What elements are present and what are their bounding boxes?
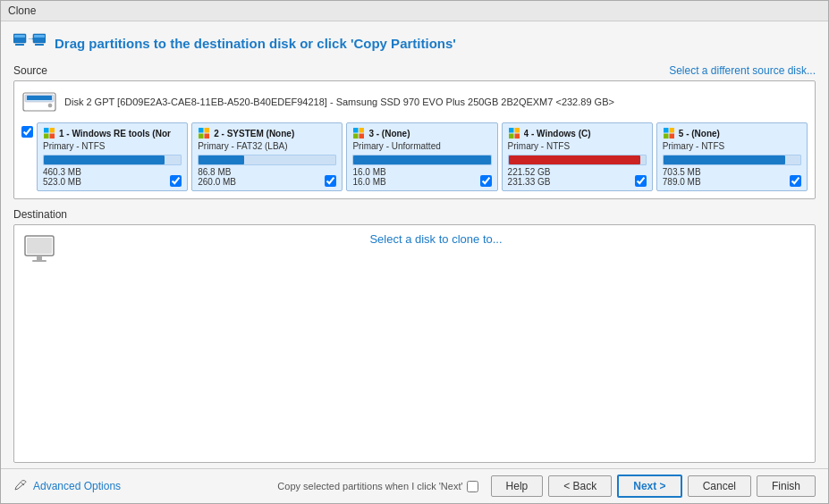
svg-rect-20: [360, 128, 365, 133]
svg-rect-27: [664, 128, 669, 133]
svg-rect-9: [27, 96, 52, 100]
partition-size1: 16.0 MB: [352, 167, 385, 177]
back-button[interactable]: < Back: [548, 475, 612, 497]
partition-size1: 460.3 MB: [43, 167, 81, 177]
svg-rect-28: [669, 128, 674, 133]
instruction-text: Drag partitions to the destination disk …: [55, 36, 456, 51]
partition-header: 1 - Windows RE tools (Nor: [43, 127, 182, 139]
source-label-row: Source Select a different source disk...: [13, 64, 816, 77]
partition-type: Primary - NTFS: [663, 141, 801, 151]
windows-icon: [663, 127, 675, 139]
title-bar: Clone: [1, 1, 828, 21]
copy-partitions-checkbox[interactable]: [467, 481, 478, 492]
copy-checkbox-label: Copy selected partitions when I click 'N…: [277, 481, 462, 491]
svg-rect-2: [15, 44, 24, 46]
partition-footer: 16.0 MB 16.0 MB: [352, 167, 491, 187]
partition-name: 3 - (None): [368, 129, 410, 139]
next-button[interactable]: Next >: [617, 475, 681, 498]
partition-footer: 703.5 MB 789.0 MB: [663, 167, 801, 187]
partition-header: 4 - Windows (C): [508, 127, 647, 139]
svg-rect-11: [44, 128, 49, 133]
svg-rect-32: [27, 238, 52, 254]
svg-rect-21: [353, 134, 359, 139]
svg-rect-29: [664, 134, 669, 139]
finish-button[interactable]: Finish: [757, 475, 816, 497]
destination-section: Destination Select a disk to clone to...: [13, 208, 816, 463]
svg-rect-5: [34, 35, 45, 38]
destination-container: Select a disk to clone to...: [13, 224, 816, 463]
footer-right: Copy selected partitions when I click 'N…: [277, 475, 816, 498]
window-title: Clone: [8, 4, 36, 17]
clone-window: Clone → Drag partitions to the destinati…: [0, 0, 829, 504]
svg-rect-30: [669, 134, 674, 139]
partition-bar-container: [352, 155, 491, 165]
partition-header: 3 - (None): [352, 127, 491, 139]
destination-label-row: Destination: [13, 208, 816, 221]
svg-rect-17: [199, 134, 204, 139]
partition-type: Primary - FAT32 (LBA): [198, 141, 336, 151]
select-disk-link[interactable]: Select a disk to clone to...: [369, 232, 502, 246]
disk-title: Disk 2 GPT [6D09E2A3-CAE8-11EB-A520-B40E…: [64, 97, 614, 107]
partition-card-part3: 3 - (None) Primary - Unformatted 16.0 MB…: [346, 122, 497, 191]
svg-point-10: [48, 104, 52, 107]
partition-card-part5: 5 - (None) Primary - NTFS 703.5 MB 789.0…: [656, 122, 808, 191]
windows-icon: [43, 127, 55, 139]
partition-name: 1 - Windows RE tools (Nor: [59, 129, 171, 139]
partition-type: Primary - Unformatted: [352, 141, 491, 151]
svg-rect-24: [514, 128, 520, 133]
footer-left: Advanced Options: [13, 479, 121, 493]
svg-rect-15: [199, 128, 204, 133]
cancel-button[interactable]: Cancel: [688, 475, 751, 497]
source-label: Source: [13, 64, 47, 77]
partition-bar-fill: [509, 155, 640, 164]
partition-name: 2 - SYSTEM (None): [214, 129, 294, 139]
partition-footer: 221.52 GB 231.33 GB: [508, 167, 647, 187]
partition-size2: 231.33 GB: [508, 177, 551, 187]
destination-label: Destination: [13, 208, 67, 221]
windows-icon: [352, 127, 365, 139]
partition-bar-fill: [199, 155, 244, 164]
partition-card-part2: 2 - SYSTEM (None) Primary - FAT32 (LBA) …: [191, 122, 343, 191]
partition-type: Primary - NTFS: [43, 141, 182, 151]
partition-type: Primary - NTFS: [508, 141, 647, 151]
main-content: → Drag partitions to the destination dis…: [1, 21, 828, 463]
partition-checkbox-part1[interactable]: [170, 175, 182, 187]
source-disk-checkbox-col: [21, 122, 33, 138]
svg-rect-26: [514, 134, 520, 139]
svg-rect-12: [50, 128, 55, 133]
partition-bar-fill: [44, 155, 165, 164]
partition-checkbox-part2[interactable]: [325, 175, 336, 187]
windows-icon: [508, 127, 520, 139]
help-button[interactable]: Help: [491, 475, 544, 497]
partition-sizes: 86.8 MB 260.0 MB: [198, 167, 236, 187]
partition-sizes: 460.3 MB 523.0 MB: [43, 167, 81, 187]
partition-size1: 703.5 MB: [663, 167, 701, 177]
advanced-options-link[interactable]: Advanced Options: [33, 480, 121, 492]
partition-header: 5 - (None): [663, 127, 801, 139]
svg-rect-34: [32, 260, 47, 262]
source-disk-container: Disk 2 GPT [6D09E2A3-CAE8-11EB-A520-B40E…: [13, 80, 816, 199]
disk-icon: [21, 88, 57, 115]
svg-rect-33: [37, 256, 42, 260]
partition-size2: 789.0 MB: [663, 177, 701, 187]
partition-sizes: 703.5 MB 789.0 MB: [663, 167, 701, 187]
destination-empty-area: Select a disk to clone to...: [64, 232, 808, 246]
source-disk-checkbox[interactable]: [21, 126, 33, 138]
source-section: Source Select a different source disk...…: [13, 64, 816, 199]
select-diff-source-link[interactable]: Select a different source disk...: [669, 64, 816, 77]
svg-rect-6: [35, 44, 44, 46]
partition-checkbox-part5[interactable]: [790, 175, 801, 187]
partition-header: 2 - SYSTEM (None): [198, 127, 336, 139]
clone-icon: →: [13, 30, 46, 55]
partitions-list: 1 - Windows RE tools (Nor Primary - NTFS…: [37, 122, 808, 191]
partition-checkbox-part3[interactable]: [480, 175, 492, 187]
disk-header: Disk 2 GPT [6D09E2A3-CAE8-11EB-A520-B40E…: [21, 88, 808, 115]
partitions-row: 1 - Windows RE tools (Nor Primary - NTFS…: [21, 122, 808, 191]
partition-sizes: 221.52 GB 231.33 GB: [508, 167, 551, 187]
partition-size2: 523.0 MB: [43, 177, 81, 187]
partition-bar-container: [43, 155, 182, 165]
wrench-icon: [13, 479, 28, 493]
svg-rect-19: [353, 128, 359, 133]
partition-checkbox-part4[interactable]: [635, 175, 647, 187]
svg-rect-25: [509, 134, 514, 139]
